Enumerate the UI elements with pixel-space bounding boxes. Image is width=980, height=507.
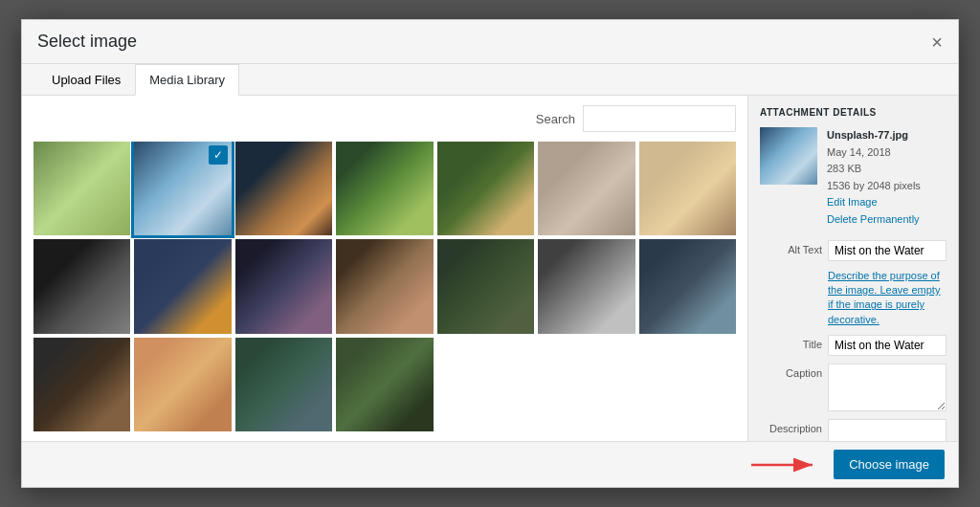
alt-text-label: Alt Text (760, 240, 822, 255)
image-item-8[interactable] (33, 239, 130, 333)
image-item-5[interactable] (437, 142, 534, 235)
search-input[interactable] (583, 105, 736, 132)
image-item-18[interactable] (336, 338, 433, 431)
title-input[interactable] (828, 335, 947, 356)
attachment-filename: Unsplash-77.jpg (827, 127, 921, 144)
media-grid-area: Search ✓ (22, 96, 747, 441)
caption-input[interactable] (828, 364, 947, 411)
image-grid: ✓ (33, 142, 736, 431)
modal-title: Select image (37, 32, 137, 63)
image-item-9[interactable] (134, 239, 231, 333)
caption-row: Caption (760, 364, 947, 411)
description-input[interactable] (828, 419, 947, 441)
modal-close-button[interactable]: × (931, 33, 943, 63)
image-item-15[interactable] (33, 338, 130, 431)
modal-body: Search ✓ (22, 96, 958, 441)
modal-header: Select image × (22, 20, 958, 64)
caption-label: Caption (760, 364, 822, 379)
title-label: Title (760, 335, 822, 350)
attachment-size: 283 KB (827, 161, 921, 178)
description-row: Description (760, 419, 947, 441)
image-item-6[interactable] (538, 142, 635, 235)
image-item-2[interactable]: ✓ (134, 142, 231, 235)
image-item-12[interactable] (437, 239, 534, 333)
alt-text-row: Alt Text (760, 240, 947, 261)
alt-text-input[interactable] (828, 240, 947, 261)
image-item-1[interactable] (33, 142, 130, 235)
modal-footer: Choose image (22, 441, 958, 487)
attachment-thumbnail (760, 127, 817, 185)
arrow-hint (747, 453, 824, 476)
tab-media-library[interactable]: Media Library (135, 64, 239, 96)
alt-text-description[interactable]: Describe the purpose of the image. Leave… (828, 269, 947, 328)
delete-image-link[interactable]: Delete Permanently (827, 211, 921, 229)
image-item-11[interactable] (336, 239, 433, 333)
image-item-17[interactable] (235, 338, 332, 431)
description-label: Description (760, 419, 822, 434)
selected-checkmark: ✓ (209, 145, 228, 165)
image-item-10[interactable] (235, 239, 332, 333)
choose-image-button[interactable]: Choose image (834, 450, 945, 479)
select-image-modal: Select image × Upload Files Media Librar… (21, 19, 959, 488)
image-item-7[interactable] (639, 142, 736, 235)
image-item-14[interactable] (639, 239, 736, 333)
attachment-header: Unsplash-77.jpg May 14, 2018 283 KB 1536… (760, 127, 947, 229)
image-item-4[interactable] (336, 142, 433, 235)
modal-tabs: Upload Files Media Library (22, 64, 958, 96)
alt-text-description-row: Describe the purpose of the image. Leave… (760, 269, 947, 328)
image-item-13[interactable] (538, 239, 635, 333)
search-bar: Search (33, 105, 736, 132)
attachment-sidebar: ATTACHMENT DETAILS Unsplash-77.jpg May 1… (747, 96, 958, 441)
image-item-16[interactable] (134, 338, 231, 431)
image-item-3[interactable] (235, 142, 332, 235)
search-label: Search (536, 112, 575, 126)
attachment-date: May 14, 2018 (827, 144, 921, 162)
edit-image-link[interactable]: Edit Image (827, 194, 921, 211)
tab-upload-files[interactable]: Upload Files (37, 64, 135, 96)
attachment-details-title: ATTACHMENT DETAILS (760, 107, 947, 118)
attachment-dimensions: 1536 by 2048 pixels (827, 178, 921, 195)
title-row: Title (760, 335, 947, 356)
attachment-info: Unsplash-77.jpg May 14, 2018 283 KB 1536… (827, 127, 921, 229)
